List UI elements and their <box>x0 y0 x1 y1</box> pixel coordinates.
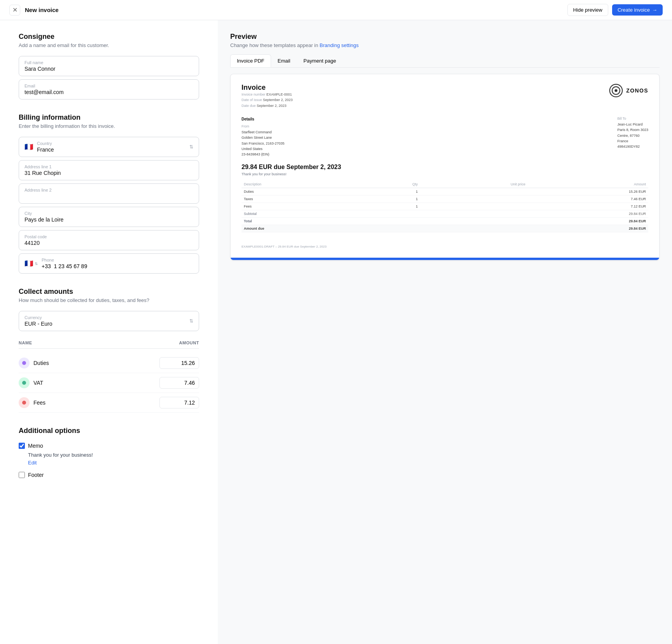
invoice-footer-bar <box>231 258 659 260</box>
memo-row: Memo <box>19 443 199 449</box>
vat-input[interactable] <box>164 380 195 386</box>
header-right: Hide preview Create invoice → <box>567 4 663 16</box>
invoice-header-row: Invoice Invoice number EXAMPLE-0001 Date… <box>242 84 648 108</box>
footer-row: Footer <box>19 472 199 478</box>
zonos-circle-icon <box>609 84 623 98</box>
full-name-label: Full name <box>24 60 193 65</box>
header-left: ✕ New invoice <box>9 5 59 16</box>
bill-from-id: 23-8439843 (EIN) <box>242 152 285 157</box>
row-duties-unit <box>420 188 528 195</box>
header: ✕ New invoice Hide preview Create invoic… <box>0 0 672 20</box>
total-label: Total <box>242 217 528 225</box>
left-panel: Consignee Add a name and email for this … <box>0 20 218 644</box>
col-amount-header: AMOUNT <box>179 340 199 345</box>
branding-settings-link[interactable]: Branding settings <box>320 42 359 48</box>
amount-due-row-label: Amount due <box>242 225 528 232</box>
row-fees-desc: Fees <box>242 202 364 210</box>
tab-email[interactable]: Email <box>271 54 297 67</box>
address1-input[interactable] <box>24 170 193 176</box>
phone-flag: 🇫🇷 <box>24 260 33 267</box>
vat-row: VAT <box>19 373 199 393</box>
bill-to-city: Centre, 87760 <box>617 133 648 138</box>
country-field[interactable]: 🇫🇷 Country France ⇅ <box>19 137 199 157</box>
hide-preview-button[interactable]: Hide preview <box>567 4 608 16</box>
duties-name: Duties <box>19 358 49 368</box>
currency-field[interactable]: Currency EUR - Euro ⇅ <box>19 311 199 331</box>
city-input[interactable] <box>24 216 193 223</box>
bill-to-address: Paris 8, Room 3023 <box>617 127 648 133</box>
postal-field[interactable]: Postal code <box>19 230 199 250</box>
postal-label: Postal code <box>24 234 193 239</box>
currency-chevron-icon: ⇅ <box>189 318 193 324</box>
currency-inner: Currency EUR - Euro <box>24 315 52 327</box>
collect-description: How much should be collected for duties,… <box>19 297 199 303</box>
invoice-body: Invoice Invoice number EXAMPLE-0001 Date… <box>231 74 659 242</box>
zonos-name: ZONOS <box>626 87 648 94</box>
subtotal-label: Subtotal <box>242 210 528 217</box>
postal-input[interactable] <box>24 240 193 246</box>
phone-input[interactable] <box>42 263 193 269</box>
tab-invoice-pdf[interactable]: Invoice PDF <box>230 54 271 67</box>
city-field[interactable]: City <box>19 207 199 227</box>
collect-section: Collect amounts How much should be colle… <box>19 288 199 413</box>
fees-input[interactable] <box>164 400 195 406</box>
footer-checkbox[interactable] <box>19 472 25 478</box>
svg-point-0 <box>22 361 26 365</box>
total-row: Total 29.84 EUR <box>242 217 648 225</box>
tab-payment-page[interactable]: Payment page <box>297 54 343 67</box>
full-name-field[interactable]: Full name <box>19 56 199 76</box>
city-label: City <box>24 211 193 216</box>
amount-due-row: Amount due 29.84 EUR <box>242 225 648 232</box>
fees-name: Fees <box>19 397 46 408</box>
chevron-icon: ⇅ <box>189 144 193 150</box>
vat-icon <box>19 377 30 388</box>
row-taxes-desc: Taxes <box>242 195 364 202</box>
close-button[interactable]: ✕ <box>9 5 20 16</box>
th-description: Description <box>242 181 364 188</box>
page-title: New invoice <box>25 7 59 13</box>
additional-title: Additional options <box>19 427 199 435</box>
memo-label: Memo <box>28 443 43 449</box>
fees-label: Fees <box>33 400 46 406</box>
preview-tabs: Invoice PDF Email Payment page <box>230 54 660 68</box>
invoice-date-issue: September 2, 2023 <box>263 98 293 102</box>
billing-title: Billing information <box>19 113 199 122</box>
bill-to-label: Bill To <box>617 116 648 122</box>
billing-section: Billing information Enter the billing in… <box>19 113 199 274</box>
duties-amount-wrapper[interactable] <box>159 357 199 369</box>
phone-field[interactable]: 🇫🇷 ⇅ Phone <box>19 253 199 274</box>
phone-inner: Phone <box>42 258 193 269</box>
bill-from-address: Golden Street Lane <box>242 135 285 140</box>
invoice-footer-text: EXAMPLE0001-DRAFT – 29.84 EUR due Septem… <box>231 242 659 251</box>
memo-checkbox[interactable] <box>19 443 25 449</box>
address2-input[interactable] <box>24 193 193 199</box>
main-layout: Consignee Add a name and email for this … <box>0 20 672 644</box>
bill-from-section: Details From Starfleet Command Golden St… <box>242 116 285 157</box>
address1-field[interactable]: Address line 1 <box>19 160 199 180</box>
amounts-header: NAME AMOUNT <box>19 337 199 349</box>
address2-field[interactable]: Address line 2 <box>19 183 199 204</box>
consignee-title: Consignee <box>19 33 199 41</box>
fees-amount-wrapper[interactable] <box>159 397 199 408</box>
create-invoice-button[interactable]: Create invoice → <box>612 4 663 16</box>
bill-to-section: Bill To Jean-Luc Picard Paris 8, Room 30… <box>617 116 648 157</box>
vat-amount-wrapper[interactable] <box>159 377 199 389</box>
address1-label: Address line 1 <box>24 164 193 169</box>
consignee-description: Add a name and email for this customer. <box>19 42 199 48</box>
email-input[interactable] <box>24 89 193 95</box>
full-name-input[interactable] <box>24 66 193 72</box>
phone-flag-select[interactable]: 🇫🇷 ⇅ <box>24 260 38 267</box>
duties-input[interactable] <box>164 360 195 366</box>
invoice-thank-you: Thank you for your business! <box>242 172 648 176</box>
duties-row: Duties <box>19 353 199 373</box>
fees-icon <box>19 397 30 408</box>
consignee-section: Consignee Add a name and email for this … <box>19 33 199 99</box>
row-taxes-unit <box>420 195 528 202</box>
row-duties-qty: 1 <box>364 188 420 195</box>
svg-point-5 <box>615 89 618 92</box>
edit-link[interactable]: Edit <box>28 460 37 466</box>
invoice-left-header: Invoice Invoice number EXAMPLE-0001 Date… <box>242 84 293 108</box>
email-field[interactable]: Email <box>19 79 199 99</box>
country-left: 🇫🇷 Country France <box>24 141 54 153</box>
amount-due-row-value: 29.84 EUR <box>528 225 648 232</box>
